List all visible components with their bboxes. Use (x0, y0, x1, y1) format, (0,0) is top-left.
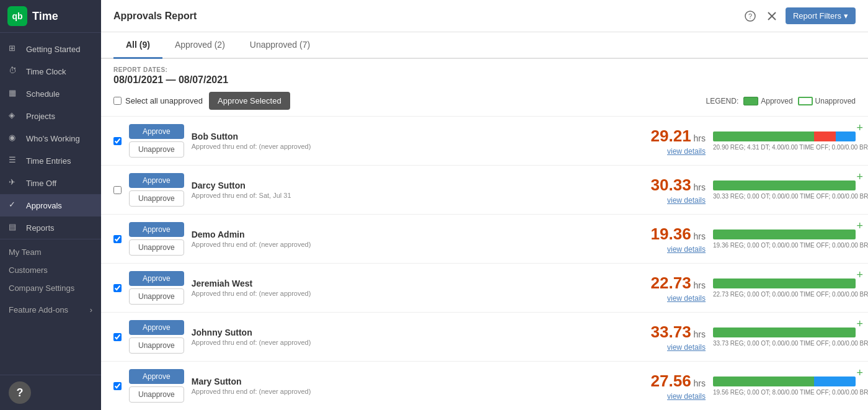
tab-unapproved[interactable]: Unapproved (7) (237, 32, 322, 59)
unapprove-button[interactable]: Unapprove (129, 141, 184, 158)
sidebar-item-whos-working[interactable]: ◉ Who's Working (0, 127, 101, 149)
hrs-label: hrs (691, 231, 706, 241)
unapprove-button[interactable]: Unapprove (129, 190, 184, 207)
hrs-label: hrs (691, 329, 706, 339)
hours-value: 29.21 hrs (651, 127, 706, 145)
sidebar-nav: ⊞ Getting Started ⏱ Time Clock ▦ Schedul… (0, 33, 101, 375)
employee-checkbox[interactable] (113, 137, 122, 145)
legend-unapproved-label: Unapproved (815, 97, 856, 105)
sidebar-item-time-clock[interactable]: ⏱ Time Clock (0, 60, 101, 82)
view-details-link[interactable]: view details (637, 343, 706, 352)
chevron-right-icon: › (90, 305, 92, 314)
employee-row: Approve Unapprove Darcy Sutton Approved … (101, 166, 868, 215)
add-row-icon[interactable]: + (856, 122, 863, 135)
legend: LEGEND: Approved Unapproved (706, 97, 856, 105)
panel-header: Approvals Report ? Report Filters (101, 0, 868, 32)
add-row-icon[interactable]: + (856, 367, 863, 380)
legend-unapproved: Unapproved (798, 97, 856, 105)
employee-info: Bob Sutton Approved thru end of: (never … (192, 131, 630, 150)
unapprove-button[interactable]: Unapprove (129, 288, 184, 305)
sidebar-item-label: Time Entries (26, 156, 71, 166)
tabs-container: All (9) Approved (2) Unapproved (7) (101, 32, 868, 59)
employee-info: Mary Sutton Approved thru end of: (never… (192, 377, 630, 395)
panel-header-actions: ? Report Filters ▾ (742, 7, 856, 24)
unapprove-button[interactable]: Unapprove (129, 337, 184, 354)
report-dates-label: REPORT DATES: (113, 66, 856, 73)
employee-checkbox[interactable] (113, 382, 122, 390)
bar-segment-timeoff (836, 131, 856, 141)
select-all-unapproved-label: Select all unapproved (125, 96, 203, 105)
approve-button[interactable]: Approve (129, 173, 184, 188)
sidebar-item-reports[interactable]: ▤ Reports (0, 216, 101, 239)
employee-row: Approve Unapprove Johnny Sutton Approved… (101, 313, 868, 362)
sidebar-item-label: Time Clock (26, 67, 66, 76)
hours-bar (713, 328, 856, 337)
employee-checkbox[interactable] (113, 284, 122, 292)
view-details-link[interactable]: view details (637, 196, 706, 205)
approve-button[interactable]: Approve (129, 369, 184, 384)
select-all-checkbox-input[interactable] (113, 97, 122, 105)
add-row-icon[interactable]: + (856, 171, 863, 184)
customers-label: Customers (9, 265, 48, 275)
view-details-link[interactable]: view details (637, 392, 706, 401)
approve-button[interactable]: Approve (129, 271, 184, 286)
panel-title: Approvals Report (113, 11, 197, 22)
sidebar-item-label: Getting Started (26, 45, 80, 54)
approve-button[interactable]: Approve (129, 124, 184, 139)
sidebar-item-company-settings[interactable]: Company Settings (0, 279, 101, 297)
select-all-unapproved-checkbox[interactable]: Select all unapproved (113, 96, 203, 105)
bar-section: 19.56 REG; 0.00 OT; 8.00/0.00 TIME OFF; … (713, 377, 856, 396)
help-icon-button[interactable]: ? (742, 8, 758, 24)
view-details-link[interactable]: view details (637, 245, 706, 254)
hrs-label: hrs (691, 182, 706, 192)
employee-row-actions: Approve Unapprove (129, 222, 184, 256)
hours-breakdown: 19.56 REG; 0.00 OT; 8.00/0.00 TIME OFF; … (713, 389, 856, 396)
approvals-icon: ✓ (9, 200, 20, 211)
view-details-link[interactable]: view details (637, 294, 706, 303)
view-details-link[interactable]: view details (637, 147, 706, 156)
hours-value: 19.36 hrs (651, 225, 706, 243)
tab-all[interactable]: All (9) (113, 32, 162, 59)
sidebar-item-label: Time Off (26, 179, 56, 188)
bar-section: 19.36 REG; 0.00 OT; 0.00/0.00 TIME OFF; … (713, 230, 856, 249)
sidebar-item-my-team[interactable]: My Team (0, 243, 101, 261)
hours-section: 30.33 hrs view details (637, 176, 706, 205)
company-settings-label: Company Settings (9, 283, 74, 293)
add-row-icon[interactable]: + (856, 269, 863, 282)
add-row-icon[interactable]: + (856, 318, 863, 331)
hours-section: 22.73 hrs view details (637, 274, 706, 303)
approve-button[interactable]: Approve (129, 222, 184, 237)
sidebar-item-time-entries[interactable]: ☰ Time Entries (0, 149, 101, 172)
employee-row: Approve Unapprove Demo Admin Approved th… (101, 215, 868, 264)
bar-section: 20.90 REG; 4.31 DT; 4.00/0.00 TIME OFF; … (713, 131, 856, 151)
sidebar-item-schedule[interactable]: ▦ Schedule (0, 82, 101, 105)
sidebar-item-approvals[interactable]: ✓ Approvals (0, 194, 101, 216)
sidebar-item-time-off[interactable]: ✈ Time Off (0, 172, 101, 194)
approve-button[interactable]: Approve (129, 320, 184, 335)
unapprove-button[interactable]: Unapprove (129, 239, 184, 256)
approved-status: Approved thru end of: Sat, Jul 31 (192, 192, 630, 199)
employee-checkbox[interactable] (113, 186, 122, 194)
select-unapproved-row: Select all unapproved Approve Selected (113, 92, 290, 110)
employee-row-actions: Approve Unapprove (129, 173, 184, 207)
sidebar-item-feature-addons[interactable]: Feature Add-ons › (0, 301, 101, 319)
approve-selected-button[interactable]: Approve Selected (209, 92, 290, 110)
hours-breakdown: 20.90 REG; 4.31 DT; 4.00/0.00 TIME OFF; … (713, 144, 856, 151)
sidebar-item-getting-started[interactable]: ⊞ Getting Started (0, 38, 101, 60)
close-icon (767, 11, 777, 21)
report-filters-button[interactable]: Report Filters ▾ (786, 7, 856, 24)
tab-approved[interactable]: Approved (2) (162, 32, 237, 59)
help-button[interactable]: ? (9, 381, 31, 404)
close-button[interactable] (764, 9, 779, 24)
sidebar-item-projects[interactable]: ◈ Projects (0, 105, 101, 127)
report-actions-row: Select all unapproved Approve Selected L… (113, 92, 856, 110)
unapprove-button[interactable]: Unapprove (129, 386, 184, 403)
bar-section: 33.73 REG; 0.00 OT; 0.00/0.00 TIME OFF; … (713, 328, 856, 347)
employee-checkbox[interactable] (113, 235, 122, 243)
sidebar-item-customers[interactable]: Customers (0, 261, 101, 279)
report-filters-label: Report Filters (793, 11, 841, 20)
add-row-icon[interactable]: + (856, 220, 863, 233)
approved-status: Approved thru end of: (never approved) (192, 143, 630, 150)
employee-checkbox[interactable] (113, 333, 122, 341)
employee-name: Johnny Sutton (192, 328, 630, 337)
